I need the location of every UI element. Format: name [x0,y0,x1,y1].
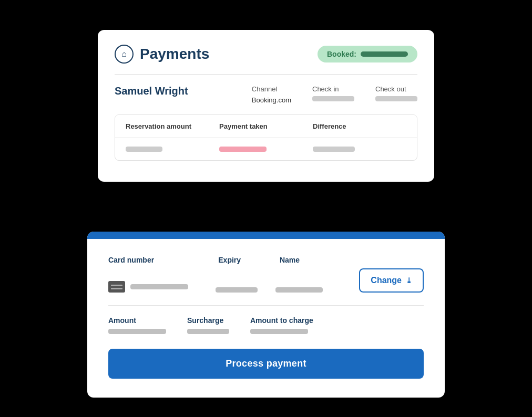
expiry-label: Expiry [218,256,267,264]
amount-row: Amount Surcharge Amount to charge [108,316,424,334]
name-bar [275,287,323,293]
reservation-amount-bar [126,147,162,152]
process-payment-button[interactable]: Process payment [108,349,424,379]
check-in-bar [312,96,354,101]
card-number-bar [130,284,188,289]
form-card-body: Card number Expiry Name [87,239,445,398]
reservation-amount-header: Reservation amount [126,122,219,130]
card-number-value-col [108,281,203,293]
name-value-col [275,287,346,293]
difference-bar [313,147,355,152]
name-label: Name [280,256,353,264]
amount-to-charge-bar [250,329,308,334]
booking-info-row: Samuel Wright Channel Booking.com Check … [115,85,417,104]
payments-divider [115,74,417,75]
card-number-value-row [108,281,203,293]
expiry-value-col [216,287,263,293]
expiry-col: Expiry [218,256,267,264]
card-labels-row: Card number Expiry Name [108,256,424,264]
card-number-label: Card number [108,256,206,264]
amount-to-charge-label: Amount to charge [250,316,313,325]
amount-label: Amount [108,316,166,325]
chevron-down-icon: ⤓ [406,276,412,285]
check-out-col: Check out [375,85,417,104]
card-details-section: Card number Expiry Name [108,256,424,293]
channel-label: Channel [252,85,291,93]
table-data-row [115,138,417,160]
payment-taken-bar [219,147,267,152]
channel-col: Channel Booking.com [252,85,291,104]
form-divider [108,305,424,306]
check-in-col: Check in [312,85,354,104]
home-icon: ⌂ [115,45,134,64]
booked-badge: Booked: [318,46,417,62]
name-col: Name [280,256,353,264]
booking-meta: Channel Booking.com Check in Check out [252,85,417,104]
payment-taken-cell [219,147,313,152]
surcharge-col: Surcharge [187,316,229,334]
expiry-bar [216,287,258,293]
difference-cell [313,147,406,152]
payments-header: ⌂ Payments Booked: [115,45,417,64]
reservation-amount-cell [126,147,219,152]
change-button-label: Change [371,276,402,285]
surcharge-label: Surcharge [187,316,229,325]
surcharge-bar [187,329,229,334]
form-card-header-bar [87,232,445,239]
check-out-bar [375,96,417,101]
payments-title-group: ⌂ Payments [115,45,209,64]
amount-to-charge-col: Amount to charge [250,316,313,334]
card-values-row: Change ⤓ [108,268,424,293]
amount-col: Amount [108,316,166,334]
payment-taken-header: Payment taken [219,122,313,130]
card-icon [108,281,125,293]
change-button[interactable]: Change ⤓ [359,268,424,293]
payment-form-card: Card number Expiry Name [87,232,445,398]
channel-value: Booking.com [252,96,291,104]
payments-card: ⌂ Payments Booked: Samuel Wright Channel… [98,30,434,182]
booked-bar [361,51,408,57]
check-in-label: Check in [312,85,354,93]
check-out-label: Check out [375,85,417,93]
table-header-row: Reservation amount Payment taken Differe… [115,115,417,138]
process-payment-label: Process payment [226,358,306,369]
booked-label: Booked: [327,50,356,58]
payments-table: Reservation amount Payment taken Differe… [115,114,417,161]
payments-title: Payments [140,46,209,62]
guest-name: Samuel Wright [115,85,252,97]
amount-bar [108,329,166,334]
difference-header: Difference [313,122,406,130]
card-number-col: Card number [108,256,206,264]
